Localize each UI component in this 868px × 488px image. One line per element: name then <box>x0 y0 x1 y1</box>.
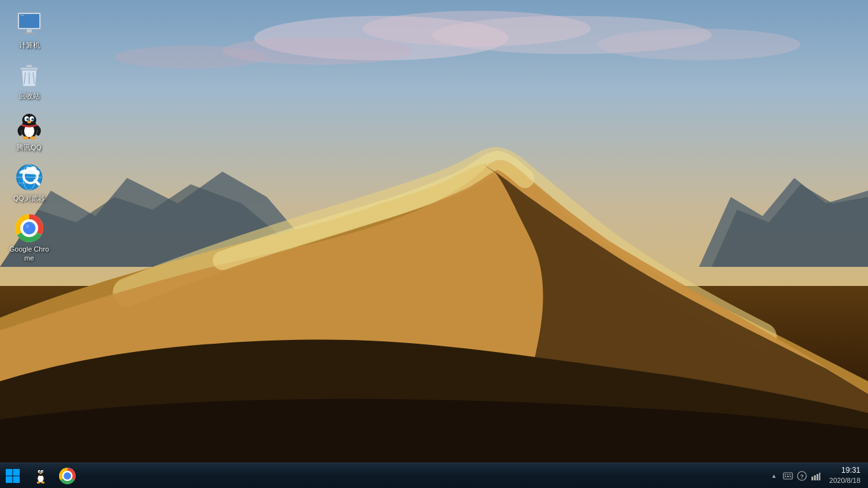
svg-point-29 <box>27 118 29 119</box>
svg-rect-48 <box>6 476 13 483</box>
svg-point-58 <box>43 471 43 471</box>
svg-rect-74 <box>811 477 813 480</box>
taskbar: ▲ ? <box>0 463 868 488</box>
desktop-icons: 计算机 回收站 <box>6 6 52 266</box>
svg-point-33 <box>30 136 36 139</box>
chrome-icon <box>14 213 44 243</box>
recycle-icon-label: 回收站 <box>19 92 40 100</box>
svg-rect-14 <box>27 29 32 32</box>
clock-time: 19:31 <box>829 465 860 476</box>
desktop-icon-qq[interactable]: 腾讯QQ <box>6 109 52 154</box>
chrome-icon-label: Google Chrome <box>9 245 50 263</box>
svg-rect-75 <box>814 475 816 480</box>
network-tray-icon[interactable] <box>810 470 822 482</box>
svg-point-5 <box>597 29 801 60</box>
desktop-icon-qqbrowser[interactable]: QQ浏览器 <box>6 159 52 205</box>
svg-rect-71 <box>790 476 791 477</box>
svg-rect-46 <box>6 469 13 476</box>
taskbar-icon-qq[interactable] <box>28 463 53 489</box>
svg-point-45 <box>25 224 29 228</box>
taskbar-right: ▲ ? <box>768 464 868 487</box>
svg-rect-17 <box>20 67 38 70</box>
svg-point-57 <box>39 471 40 471</box>
taskbar-icon-chrome[interactable] <box>55 463 80 489</box>
svg-point-52 <box>37 468 45 476</box>
svg-rect-76 <box>817 474 818 480</box>
svg-rect-77 <box>819 473 820 480</box>
svg-point-59 <box>39 472 42 473</box>
svg-rect-69 <box>785 476 786 477</box>
svg-point-64 <box>64 472 71 480</box>
svg-point-30 <box>32 118 34 119</box>
help-tray-icon[interactable]: ? <box>796 470 808 482</box>
svg-point-24 <box>22 114 36 126</box>
svg-point-44 <box>23 222 36 234</box>
svg-rect-15 <box>24 32 35 34</box>
trash-icon <box>14 60 44 90</box>
clock[interactable]: 19:31 2020/8/18 <box>825 464 864 487</box>
desktop-icon-chrome[interactable]: Google Chrome <box>6 210 52 266</box>
svg-rect-65 <box>783 473 792 479</box>
svg-rect-47 <box>13 469 20 476</box>
svg-point-61 <box>41 482 45 484</box>
svg-rect-68 <box>789 474 790 475</box>
svg-point-6 <box>114 46 267 69</box>
svg-rect-13 <box>19 14 39 28</box>
desktop-icon-computer[interactable]: 计算机 <box>6 6 52 52</box>
qqbrowser-icon-label: QQ浏览器 <box>13 194 45 203</box>
computer-icon <box>14 9 44 39</box>
svg-text:?: ? <box>800 473 804 480</box>
computer-icon-label: 计算机 <box>19 41 40 50</box>
keyboard-tray-icon[interactable] <box>782 470 794 482</box>
svg-rect-70 <box>787 476 789 477</box>
svg-rect-66 <box>785 474 786 475</box>
tray-expand-button[interactable]: ▲ <box>768 470 780 482</box>
svg-point-60 <box>37 482 41 484</box>
svg-point-32 <box>22 136 29 139</box>
qqbrowser-icon <box>14 162 44 193</box>
svg-rect-18 <box>26 65 32 67</box>
qq-icon <box>14 111 44 142</box>
desktop: 计算机 回收站 <box>0 0 868 463</box>
taskbar-pinned-icons <box>25 463 83 489</box>
svg-rect-49 <box>13 476 20 483</box>
qq-icon-label: 腾讯QQ <box>17 143 41 152</box>
system-tray: ▲ ? <box>768 470 822 482</box>
clock-date: 2020/8/18 <box>829 476 860 485</box>
svg-rect-67 <box>787 474 789 475</box>
svg-point-31 <box>27 121 31 123</box>
desktop-icon-recycle[interactable]: 回收站 <box>6 57 52 103</box>
start-button[interactable] <box>0 463 25 489</box>
